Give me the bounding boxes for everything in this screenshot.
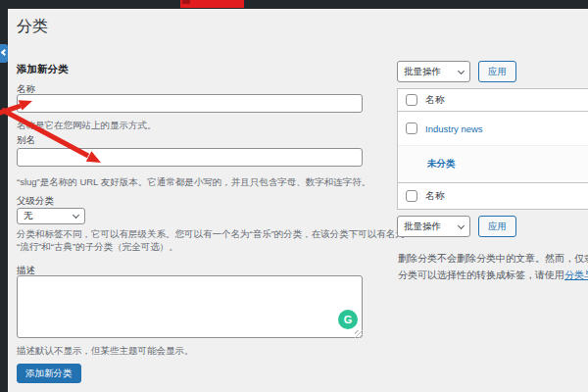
red-bar-mark [182, 0, 190, 4]
grammarly-icon[interactable]: G [338, 310, 358, 329]
category-link[interactable]: Industry news [425, 123, 483, 134]
bulk-actions-select-bottom[interactable]: 批量操作 [397, 216, 470, 237]
apply-button-top[interactable]: 应用 [478, 61, 516, 82]
name-help-text: 名称是它在您网站上的显示方式。 [17, 120, 157, 132]
table-footer-row: 名称 [398, 182, 588, 209]
category-link[interactable]: 未分类 [427, 158, 456, 171]
apply-button-bottom[interactable]: 应用 [478, 216, 516, 237]
parent-category-select[interactable]: 无 [17, 208, 85, 224]
slug-input[interactable] [17, 148, 363, 167]
bulk-actions-label: 批量操作 [404, 66, 441, 78]
parent-category-label: 父级分类 [17, 195, 54, 208]
admin-top-bar [0, 0, 588, 9]
delete-note-line1: 删除分类不会删除分类中的文章。然而，仅隶属于已删 [398, 252, 588, 266]
description-help-text: 描述默认不显示，但某些主题可能会显示。 [17, 345, 194, 358]
categories-table: 名称 Industry news 未分类 名称 [397, 88, 588, 210]
name-column-footer[interactable]: 名称 [425, 189, 445, 203]
name-input[interactable] [17, 94, 363, 113]
admin-side-strip [0, 9, 8, 392]
bulk-actions-label: 批量操作 [404, 220, 441, 233]
chevron-down-icon [458, 221, 465, 228]
tag-converter-link[interactable]: 分类与标签转换器 [564, 270, 588, 280]
wordpress-categories-page: 分类 添加新分类 名称 名称是它在您网站上的显示方式。 别名 “slug”是名称… [0, 0, 588, 392]
select-all-checkbox[interactable] [406, 190, 417, 202]
red-overlay-bar [180, 0, 244, 8]
bulk-actions-select-top[interactable]: 批量操作 [397, 61, 470, 82]
table-row: 未分类 [398, 146, 588, 182]
parent-help-line2: “流行”和“古典”的子分类（完全可选）。 [17, 241, 178, 254]
chevron-down-icon [73, 212, 79, 219]
chevron-down-icon [458, 67, 465, 74]
collapse-arrow-button[interactable] [0, 44, 8, 63]
description-textarea[interactable] [17, 275, 363, 338]
add-category-heading: 添加新分类 [17, 63, 69, 76]
table-header-row: 名称 [398, 89, 588, 112]
delete-note-line2: 分类可以选择性的转换成标签，请使用分类与标签转换器 [398, 269, 588, 282]
slug-label: 别名 [17, 134, 35, 147]
table-row: Industry news [398, 112, 588, 146]
delete-note-line2-text: 分类可以选择性的转换成标签，请使用 [398, 270, 564, 280]
textarea-resize-handle[interactable] [355, 330, 363, 338]
parent-category-selected-value: 无 [24, 210, 33, 222]
parent-help-line1: 分类和标签不同，它可以有层级关系。您可以有一个名为“音乐”的分类，在该分类下可以… [17, 228, 405, 241]
select-all-checkbox[interactable] [406, 94, 417, 106]
name-column-header[interactable]: 名称 [425, 93, 445, 107]
add-category-submit-button[interactable]: 添加新分类 [17, 364, 81, 383]
page-title: 分类 [17, 17, 48, 37]
chevron-left-icon [1, 49, 8, 56]
slug-help-text: “slug”是名称的 URL 友好版本。它通常都是小写的，并且只包含字母、数字和… [17, 176, 370, 189]
row-checkbox[interactable] [406, 122, 417, 134]
